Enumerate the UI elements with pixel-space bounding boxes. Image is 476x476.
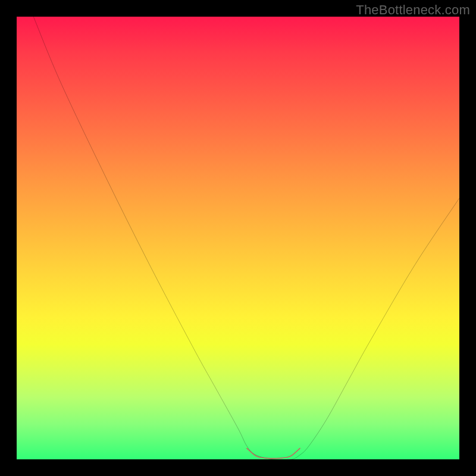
watermark-text: TheBottleneck.com — [356, 2, 470, 18]
plot-area — [17, 17, 459, 459]
chart-frame: TheBottleneck.com — [0, 0, 476, 476]
